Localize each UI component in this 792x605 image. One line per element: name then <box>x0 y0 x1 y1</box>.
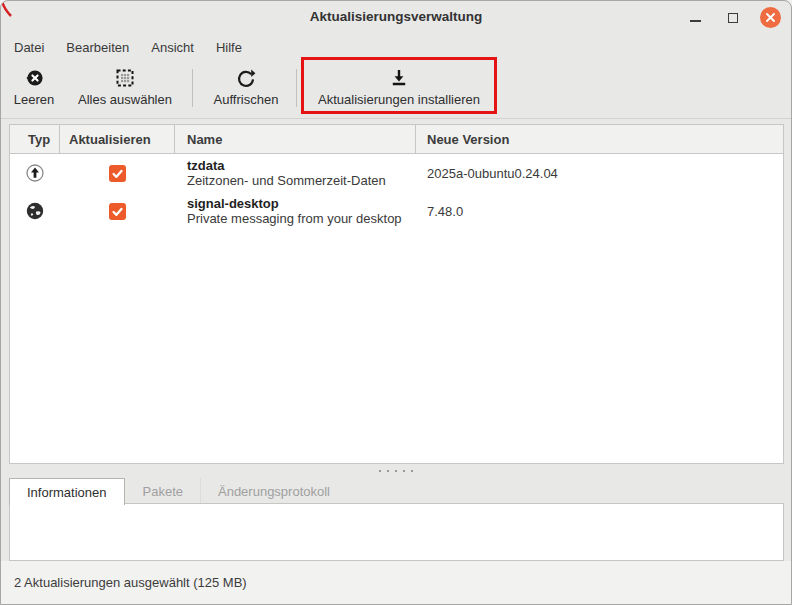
select-all-button[interactable]: Alles auswählen <box>65 63 185 115</box>
column-header-typ[interactable]: Typ <box>10 125 60 153</box>
install-updates-button[interactable]: Aktualisierungen installieren <box>304 63 494 115</box>
globe-icon <box>25 201 45 221</box>
select-all-button-label: Alles auswählen <box>78 92 172 107</box>
grip-dot <box>411 470 413 472</box>
clear-button-label: Leeren <box>14 92 54 107</box>
toolbar-separator <box>192 69 193 107</box>
download-install-icon <box>388 63 410 89</box>
maximize-button[interactable] <box>722 7 744 29</box>
select-all-icon <box>114 63 136 89</box>
tab-aenderungsprotokoll[interactable]: Änderungsprotokoll <box>200 478 347 504</box>
update-manager-window: Aktualisierungsverwaltung Datei Bearbeit… <box>0 0 792 605</box>
column-header-aktualisieren[interactable]: Aktualisieren <box>60 125 175 153</box>
update-checkbox[interactable] <box>109 203 126 220</box>
selection-status-text: 2 Aktualisierungen ausgewählt (125 MB) <box>14 575 247 590</box>
package-new-version: 7.48.0 <box>416 192 783 230</box>
minimize-button[interactable] <box>684 7 706 29</box>
package-description: Private messaging from your desktop <box>187 211 416 227</box>
menu-bearbeiten[interactable]: Bearbeiten <box>55 36 140 59</box>
maximize-icon <box>728 13 738 23</box>
window-title: Aktualisierungsverwaltung <box>1 9 791 24</box>
updates-table: Typ Aktualisieren Name Neue Version <box>9 124 784 464</box>
table-header: Typ Aktualisieren Name Neue Version <box>10 125 783 154</box>
tab-informationen[interactable]: Informationen <box>9 478 125 505</box>
install-updates-button-label: Aktualisierungen installieren <box>318 92 480 107</box>
refresh-icon <box>235 63 257 89</box>
refresh-button-label: Auffrischen <box>214 92 279 107</box>
close-button[interactable] <box>760 7 781 28</box>
statusbar: 2 Aktualisierungen ausgewählt (125 MB) <box>1 561 791 604</box>
table-row-signal-desktop[interactable]: signal-desktop Private messaging from yo… <box>10 192 783 230</box>
package-new-version: 2025a-0ubuntu0.24.04 <box>416 154 783 192</box>
titlebar[interactable]: Aktualisierungsverwaltung <box>1 1 791 34</box>
close-icon <box>765 12 776 23</box>
toolbar-separator <box>296 69 297 107</box>
grip-dot <box>387 470 389 472</box>
menu-ansicht[interactable]: Ansicht <box>140 36 205 59</box>
minimize-icon <box>690 20 701 22</box>
details-tabbar: Informationen Pakete Änderungsprotokoll <box>9 478 782 504</box>
menu-datei[interactable]: Datei <box>3 36 55 59</box>
grip-dot <box>379 470 381 472</box>
clear-button[interactable]: Leeren <box>7 63 61 115</box>
check-icon <box>110 204 125 219</box>
package-upgrade-icon <box>25 163 45 183</box>
column-header-name[interactable]: Name <box>175 125 416 153</box>
toolbar: Leeren Alles auswählen <box>1 61 791 119</box>
tab-pakete[interactable]: Pakete <box>125 478 200 504</box>
menubar: Datei Bearbeiten Ansicht Hilfe <box>1 34 791 61</box>
information-panel <box>9 503 784 561</box>
package-description: Zeitzonen- und Sommerzeit-Daten <box>187 173 416 189</box>
grip-dot <box>403 470 405 472</box>
annotation-stroke-artifact <box>1 1 15 19</box>
check-icon <box>110 166 125 181</box>
column-header-neue-version[interactable]: Neue Version <box>416 125 783 153</box>
pane-splitter-handle[interactable] <box>1 464 791 478</box>
update-checkbox[interactable] <box>109 165 126 182</box>
menu-hilfe[interactable]: Hilfe <box>205 36 253 59</box>
table-row-tzdata[interactable]: tzdata Zeitzonen- und Sommerzeit-Daten 2… <box>10 154 783 192</box>
package-name: signal-desktop <box>187 196 416 211</box>
grip-dot <box>395 470 397 472</box>
window-controls <box>684 1 781 34</box>
package-name: tzdata <box>187 158 416 173</box>
clear-icon <box>23 63 45 89</box>
refresh-button[interactable]: Auffrischen <box>200 63 292 115</box>
